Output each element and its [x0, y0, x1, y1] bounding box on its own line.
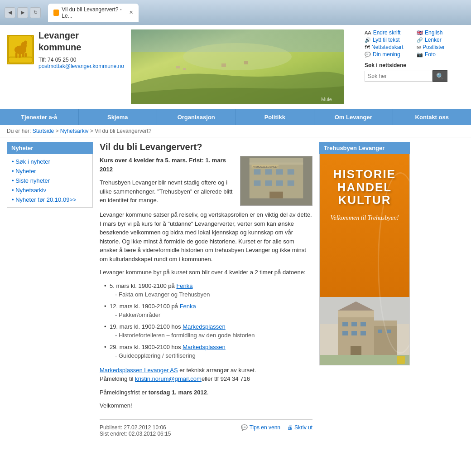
main-navigation: Tjenester a-å Skjema Organisasjon Politi…	[0, 109, 471, 125]
nav-item-skjema[interactable]: Skjema	[79, 109, 158, 125]
markedsplassen-link-2[interactable]: Markedsplassen	[183, 344, 226, 350]
foto-link[interactable]: Foto	[425, 51, 436, 58]
sidebar-item-arkiv[interactable]: Nyhetsarkiv	[7, 185, 92, 195]
content-wrapper: Nyheter Søk i nyheter Nyheter Siste nyhe…	[0, 137, 471, 442]
svg-rect-19	[250, 158, 303, 165]
svg-rect-21	[265, 169, 272, 175]
sidebar-item-siste[interactable]: Siste nyheter	[7, 176, 92, 185]
sidebar-item-nyheter[interactable]: Nyheter	[7, 166, 92, 176]
site-header: Levanger kommune Tlf: 74 05 25 00 postmo…	[0, 25, 471, 109]
banner-svg: Mule	[131, 29, 344, 104]
refresh-button[interactable]: ↻	[30, 7, 41, 18]
tips-friend-button[interactable]: 💬 Tips en venn	[241, 424, 280, 431]
sok-nyheter-link[interactable]: Søk i nyheter	[15, 158, 50, 165]
old-news-link[interactable]: Nyheter før 20.10.09>>	[15, 196, 76, 203]
breadcrumb-current: Vil du bli Levangervert?	[95, 128, 151, 134]
lenker-link[interactable]: Lenker	[425, 37, 442, 43]
endre-skrift-link[interactable]: Endre skrift	[373, 29, 401, 36]
building-svg: ARSHUSL&L LEVANGER	[240, 156, 312, 205]
search-input[interactable]	[365, 71, 433, 82]
article-photo: ARSHUSL&L LEVANGER	[240, 156, 312, 206]
breadcrumb-startside[interactable]: Startside	[33, 128, 54, 134]
opinion-link[interactable]: 💬 Din mening	[365, 51, 412, 58]
header-banner: Mule	[131, 29, 344, 104]
svg-rect-22	[276, 169, 283, 175]
svg-rect-7	[24, 53, 27, 57]
nav-item-tjenester[interactable]: Tjenester a-å	[0, 109, 79, 125]
svg-rect-15	[244, 61, 248, 64]
svg-rect-26	[276, 180, 283, 186]
svg-rect-1	[9, 57, 32, 63]
organizer-text: er teknisk arrangør av kurset.	[179, 367, 256, 374]
breadcrumb-prefix: Du er her:	[7, 128, 33, 134]
print-icon: 🖨	[287, 424, 293, 431]
links-link[interactable]: 🔗 Lenker	[417, 37, 464, 43]
font-size-link[interactable]: AA Endre skrift	[365, 29, 412, 36]
svg-rect-34	[338, 311, 374, 317]
email-registration-link[interactable]: kristin.norum@gmail.com	[135, 375, 202, 382]
lytt-link[interactable]: Lytt til tekst	[373, 37, 400, 43]
markedsplassen-link-1[interactable]: Markedsplassen	[183, 323, 226, 330]
photo-link[interactable]: 📷 Foto	[417, 51, 464, 58]
article-body-content: Levanger kommune satser på reiseliv, og …	[100, 210, 312, 410]
postlist-link[interactable]: ✉ Postlister	[417, 44, 464, 50]
svg-text:ARSHUSL&L LEVANGER: ARSHUSL&L LEVANGER	[253, 166, 279, 168]
schedule-list: 5. mars kl. 1900-2100 på Fenka - Fakta o…	[104, 282, 312, 360]
main-article: Vil du bli Levangervert?	[100, 142, 312, 437]
svg-rect-28	[269, 192, 283, 199]
english-link[interactable]: 🇬🇧 English	[417, 29, 464, 36]
sidebar-item-sok[interactable]: Søk i nyheter	[7, 157, 92, 166]
schedule-item-2: 12. mars kl. 1900-2100 på Fenka - Pakker…	[104, 302, 312, 320]
fenka-link-2[interactable]: Fenka	[180, 303, 196, 310]
deadline-text: Påmeldingsfrist er torsdag 1. mars 2012.	[100, 389, 209, 396]
tab-close-button[interactable]: ✕	[129, 10, 133, 15]
sidebar-item-old[interactable]: Nyheter før 20.10.09>>	[7, 195, 92, 204]
postlister-link[interactable]: Postlister	[423, 44, 445, 50]
breadcrumb-nyhetsarkiv[interactable]: Nyhetsarkiv	[60, 128, 89, 134]
trehusbyen-ad[interactable]: HISTORIE HANDEL KULTUR Velkommen til Tre…	[319, 154, 410, 365]
nyheter-link[interactable]: Nyheter	[15, 168, 36, 175]
din-mening-link[interactable]: Din mening	[373, 51, 400, 58]
schedule-sub-2: - Pakker/områder	[110, 311, 312, 320]
svg-text:Mule: Mule	[321, 97, 332, 102]
search-box: 🔍	[365, 70, 464, 82]
print-button[interactable]: 🖨 Skriv ut	[287, 424, 312, 431]
organizer-link[interactable]: Markedsplassen Levanger AS	[100, 367, 178, 374]
schedule-date-3: 19. mars kl. 1900-2100 hos	[110, 323, 183, 330]
back-button[interactable]: ◀	[5, 7, 15, 18]
schedule-date-2: 12. mars kl. 1900-2100 på	[110, 303, 180, 310]
nav-item-om-levanger[interactable]: Om Levanger	[314, 109, 393, 125]
logo-name: Levanger kommune	[38, 29, 124, 53]
sidebar-box: Søk i nyheter Nyheter Siste nyheter Nyhe…	[7, 154, 93, 208]
svg-rect-25	[265, 180, 272, 186]
schedule-item-1: 5. mars kl. 1900-2100 på Fenka - Fakta o…	[104, 282, 312, 299]
nav-item-organisasjon[interactable]: Organisasjon	[157, 109, 236, 125]
siste-nyheter-link[interactable]: Siste nyheter	[15, 177, 50, 184]
listen-link[interactable]: 🔊 Lytt til tekst	[365, 37, 412, 43]
deadline-date: 1. mars 2012	[172, 389, 207, 396]
svg-rect-27	[288, 180, 294, 186]
publish-info: Publisert: 27.02.2012 10:06 Sist endret:…	[100, 424, 171, 437]
fenka-link-1[interactable]: Fenka	[176, 282, 192, 289]
tips-icon: 💬	[241, 424, 248, 431]
link-icon: 🔗	[417, 37, 423, 43]
tab-favicon	[53, 10, 59, 16]
svg-rect-14	[221, 63, 226, 67]
schedule-item-3: 19. mars kl. 1900-2100 hos Markedsplasse…	[104, 322, 312, 340]
nettstedskart-link[interactable]: Nettstedskart	[371, 44, 404, 50]
sitemap-link[interactable]: 🗺 Nettstedskart	[365, 44, 412, 50]
sitemap-icon: 🗺	[365, 44, 370, 50]
welcome-para: Velkommen!	[100, 401, 312, 410]
right-sidebar: Trehusbyen Levanger HISTORIE HANDEL KULT…	[319, 142, 410, 437]
email-link[interactable]: postmottak@levanger.kommune.no	[38, 63, 124, 69]
nav-item-politikk[interactable]: Politikk	[236, 109, 315, 125]
nyhetsarkiv-link[interactable]: Nyhetsarkiv	[15, 187, 46, 194]
nav-item-kontakt[interactable]: Kontakt oss	[393, 109, 471, 125]
english-nav-link[interactable]: English	[425, 29, 442, 36]
forward-button[interactable]: ▶	[17, 7, 28, 18]
search-button[interactable]: 🔍	[433, 70, 447, 82]
browser-tab[interactable]: Vil du bli Levangervert? - Le... ✕	[48, 4, 139, 22]
flag-icon: 🇬🇧	[417, 30, 423, 36]
schedule-item-4: 29. mars kl. 1900-2100 hos Markedsplasse…	[104, 343, 312, 360]
svg-rect-36	[342, 322, 348, 326]
